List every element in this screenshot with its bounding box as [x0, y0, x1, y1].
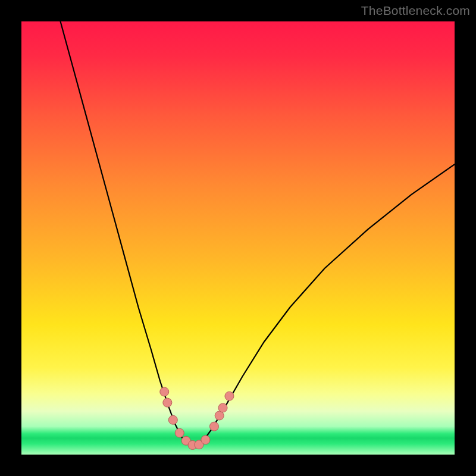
- chart-frame: TheBottleneck.com: [0, 0, 476, 476]
- marker-point: [218, 403, 227, 412]
- marker-point: [168, 415, 177, 424]
- plot-area: [21, 21, 455, 455]
- bottleneck-curve: [61, 21, 455, 446]
- curve-svg: [21, 21, 455, 455]
- marker-point: [175, 428, 184, 437]
- marker-point: [163, 398, 172, 407]
- markers-group: [160, 387, 234, 450]
- marker-point: [160, 387, 169, 396]
- watermark-text: TheBottleneck.com: [361, 4, 470, 18]
- marker-point: [225, 392, 234, 400]
- marker-point: [209, 422, 218, 431]
- marker-point: [201, 436, 210, 444]
